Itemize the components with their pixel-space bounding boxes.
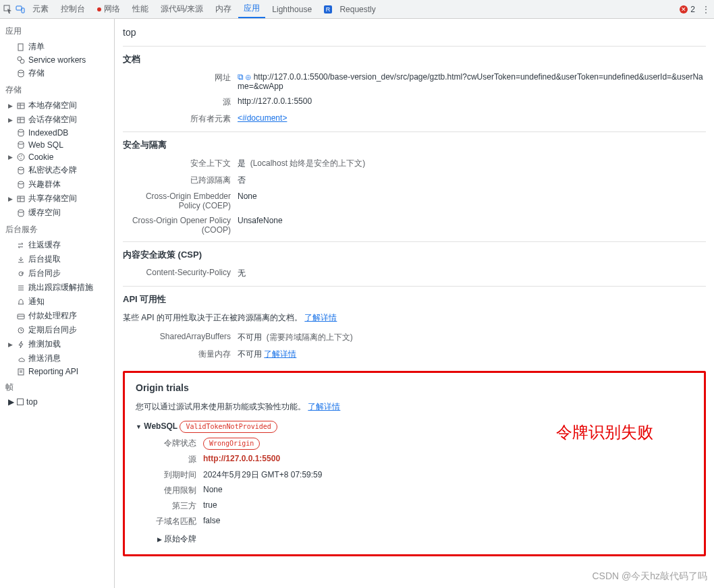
svg-rect-3	[18, 44, 23, 51]
svg-rect-21	[18, 196, 24, 202]
sidebar-item-push-messaging[interactable]: 推送消息	[0, 351, 114, 365]
triangle-icon: ▶	[8, 397, 14, 407]
database-icon	[16, 166, 26, 175]
tab-performance[interactable]: 性能	[127, 1, 154, 18]
file-icon	[16, 42, 26, 52]
error-counter[interactable]: ✕2	[680, 5, 695, 14]
tab-network[interactable]: 网络	[92, 1, 126, 18]
status-badge: ValidTokenNotProvided	[180, 421, 277, 433]
trial-item[interactable]: ▼ WebSQL ValidTokenNotProvided	[136, 418, 693, 436]
copy-icon[interactable]: ⧉	[238, 72, 244, 82]
sidebar-item-bg-fetch[interactable]: 后台提取	[0, 252, 114, 266]
sidebar-item-interest-groups[interactable]: 兴趣群体	[0, 177, 114, 192]
sidebar-item-frame-top[interactable]: ▶top	[0, 396, 114, 408]
svg-point-24	[18, 210, 24, 212]
learn-more-link[interactable]: 了解详情	[304, 313, 337, 322]
triangle-icon: ▶	[8, 102, 13, 109]
sync-icon	[16, 269, 26, 278]
svg-point-17	[21, 155, 22, 156]
sidebar-item-speculative-loads[interactable]: ▶推测加载	[0, 337, 114, 351]
settings-icon[interactable]: ⋮	[701, 4, 711, 15]
sidebar-item-manifest[interactable]: 清单	[0, 40, 114, 54]
tab-requestly[interactable]: R Requestly	[319, 2, 381, 17]
table-icon	[16, 194, 26, 204]
card-icon	[16, 312, 26, 321]
origin-trials-heading: Origin trials	[136, 382, 693, 393]
triangle-icon: ▶	[8, 154, 13, 160]
sidebar-item-websql[interactable]: Web SQL	[0, 139, 114, 151]
learn-more-link[interactable]: 了解详情	[308, 402, 340, 411]
svg-point-5	[20, 59, 24, 63]
sidebar-item-notifications[interactable]: 通知	[0, 295, 114, 309]
svg-rect-1	[16, 6, 22, 10]
database-icon	[16, 180, 26, 189]
triangle-icon: ▶	[8, 341, 13, 348]
api-heading: API 可用性	[123, 293, 706, 305]
sidebar-item-bounce-tracking[interactable]: 跳出跟踪缓解措施	[0, 281, 114, 295]
svg-point-6	[18, 70, 24, 73]
svg-rect-7	[18, 103, 24, 109]
svg-rect-10	[18, 117, 24, 123]
svg-point-18	[20, 158, 22, 159]
document-section: 文档 网址⧉ ⊕ http://127.0.0.1:5500/base-vers…	[123, 46, 706, 131]
document-heading: 文档	[123, 53, 706, 65]
csp-section: 内容安全政策 (CSP) Content-Security-Policy无	[123, 241, 706, 286]
tab-lighthouse[interactable]: Lighthouse	[267, 2, 317, 17]
swap-icon	[16, 241, 26, 250]
api-availability-section: API 可用性 某些 API 的可用性取决于正在被跨源隔离的文档。 了解详情 S…	[123, 286, 706, 367]
warning-dot-icon	[97, 7, 101, 11]
tab-application[interactable]: 应用	[238, 0, 265, 18]
svg-rect-2	[22, 8, 24, 13]
list-icon	[16, 283, 26, 293]
svg-point-19	[18, 167, 24, 170]
database-icon	[16, 69, 26, 78]
owner-label: 所有者元素	[123, 113, 231, 125]
sidebar-item-private-state-tokens[interactable]: 私密状态令牌	[0, 163, 114, 177]
frame-icon	[17, 399, 24, 405]
database-icon	[16, 208, 26, 218]
csp-heading: 内容安全政策 (CSP)	[123, 249, 706, 261]
learn-more-link[interactable]: 了解详情	[264, 349, 296, 359]
section-storage: 存储	[0, 80, 114, 98]
section-frames: 帧	[0, 378, 114, 396]
sidebar-item-service-workers[interactable]: Service workers	[0, 54, 114, 66]
sidebar-item-session-storage[interactable]: ▶会话存储空间	[0, 113, 114, 127]
security-section: 安全与隔离 安全上下文是 (Localhost 始终是安全的上下文) 已跨源隔离…	[123, 131, 706, 241]
sidebar-item-indexeddb[interactable]: IndexedDB	[0, 127, 114, 139]
sidebar-item-storage[interactable]: 存储	[0, 66, 114, 80]
sidebar-item-bfcache[interactable]: 往返缓存	[0, 238, 114, 252]
gears-icon	[16, 55, 26, 65]
tab-sources[interactable]: 源代码/来源	[155, 1, 209, 18]
devtools-toolbar: 元素 控制台 网络 性能 源代码/来源 内存 应用 Lighthouse R R…	[0, 0, 714, 19]
section-background: 后台服务	[0, 220, 114, 238]
svg-point-20	[18, 181, 24, 184]
device-icon[interactable]	[15, 4, 26, 15]
raw-token-toggle[interactable]: ▶ 原始令牌	[142, 529, 693, 545]
tab-elements[interactable]: 元素	[27, 1, 54, 18]
svg-point-14	[18, 142, 24, 144]
sidebar-item-periodic-sync[interactable]: 定期后台同步	[0, 323, 114, 337]
database-icon	[16, 140, 26, 150]
table-icon	[16, 115, 26, 125]
sidebar-item-reporting-api[interactable]: Reporting API	[0, 365, 114, 378]
url-label: 网址	[123, 72, 231, 91]
origin-value: http://127.0.0.1:5500	[238, 96, 706, 108]
globe-icon[interactable]: ⊕	[246, 72, 251, 82]
url-value: ⧉ ⊕ http://127.0.0.1:5500/base-version_d…	[238, 72, 706, 91]
sidebar-item-local-storage[interactable]: ▶本地存储空间	[0, 98, 114, 113]
sidebar-item-bg-sync[interactable]: 后台同步	[0, 266, 114, 281]
owner-link[interactable]: <#document>	[238, 113, 287, 123]
triangle-icon: ▶	[8, 117, 13, 123]
sidebar-item-shared-storage[interactable]: ▶共享存储空间	[0, 192, 114, 206]
page-title: top	[123, 24, 706, 46]
tab-console[interactable]: 控制台	[55, 1, 90, 18]
sidebar-item-cookies[interactable]: ▶Cookie	[0, 151, 114, 163]
sidebar-item-cache-storage[interactable]: 缓存空间	[0, 206, 114, 220]
inspect-icon[interactable]	[3, 4, 13, 15]
cloud-icon	[16, 354, 26, 363]
security-heading: 安全与隔离	[123, 139, 706, 151]
requestly-icon: R	[324, 5, 332, 13]
sidebar-item-payment-handler[interactable]: 付款处理程序	[0, 309, 114, 323]
status-badge: WrongOrigin	[203, 438, 260, 450]
tab-memory[interactable]: 内存	[210, 1, 237, 18]
